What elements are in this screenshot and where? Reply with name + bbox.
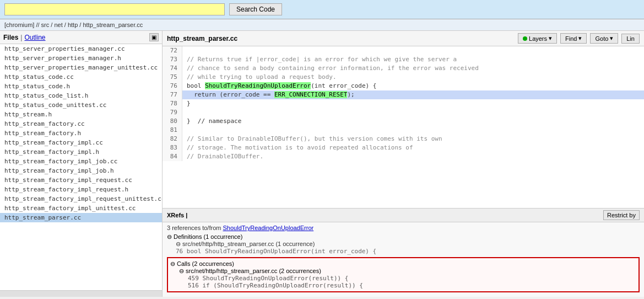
calls-header-row: ⊖ Calls (2 occurrences) <box>170 260 636 268</box>
code-line: 79 <box>163 108 644 117</box>
xrefs-body: 3 references to/from ShouldTryReadingOnU… <box>163 222 644 297</box>
sidebar-files-tab[interactable]: Files <box>3 34 18 41</box>
breadcrumb: [chromium] // src / net / http / http_st… <box>0 19 644 31</box>
xrefs-header: XRefs | Restrict by <box>163 209 644 222</box>
sidebar-item[interactable]: http_server_properties_manager.cc <box>0 44 162 54</box>
definitions-toggle[interactable]: ⊖ <box>167 233 174 240</box>
line-number: 77 <box>163 90 182 99</box>
sidebar-item[interactable]: http_status_code_unittest.cc <box>0 100 162 110</box>
sidebar-item[interactable]: http_stream_factory_impl_job.cc <box>0 157 162 166</box>
calls-code-line-1: 459 ShouldTryReadingOnUploadError(result… <box>170 275 636 282</box>
definitions-section: ⊖ Definitions (1 occurrence) ⊖ src/net/h… <box>167 233 640 255</box>
sidebar-list: http_server_properties_manager.cchttp_se… <box>0 44 162 290</box>
line-number: 76 <box>163 82 182 90</box>
sidebar-item[interactable]: http_stream_factory.h <box>0 129 162 138</box>
sidebar-item[interactable]: http_stream_factory_impl.h <box>0 147 162 157</box>
sidebar-item[interactable]: http_stream_factory_impl_job.h <box>0 166 162 175</box>
line-number: 80 <box>163 117 182 126</box>
line-code: // DrainableIOBuffer. <box>182 152 263 161</box>
sidebar-item[interactable]: http_status_code.h <box>0 82 162 91</box>
search-input[interactable]: ERR_CONNECTION_RESET <box>4 3 225 15</box>
line-code: return (error_code == ERR_CONNECTION_RES… <box>182 90 355 99</box>
layers-label: Layers <box>529 35 547 42</box>
line-number: 73 <box>163 55 182 64</box>
definitions-file-label[interactable]: src/net/http/http_stream_parser.cc (1 oc… <box>182 241 315 247</box>
line-number: 72 <box>163 46 182 55</box>
sidebar-item[interactable]: http_stream.h <box>0 110 162 119</box>
code-line: 82// Similar to DrainableIOBuffer(), but… <box>163 135 644 143</box>
code-line: 81 <box>163 126 644 135</box>
calls-file-label[interactable]: src/net/http/http_stream_parser.cc (2 oc… <box>186 268 321 274</box>
calls-toggle[interactable]: ⊖ <box>170 260 177 267</box>
sidebar-item[interactable]: http_server_properties_manager.h <box>0 54 162 63</box>
definitions-label: Definitions (1 occurrence) <box>174 233 242 240</box>
calls-code-line-2: 516 if (ShouldTryReadingOnUploadError(re… <box>170 282 636 289</box>
definitions-code-line: 76 bool ShouldTryReadingOnUploadError(in… <box>176 248 640 255</box>
code-line: 77 return (error_code == ERR_CONNECTION_… <box>163 90 644 99</box>
sidebar-item[interactable]: http_status_code.cc <box>0 72 162 82</box>
sidebar-item[interactable]: http_stream_factory.cc <box>0 119 162 129</box>
calls-section: ⊖ Calls (2 occurrences) ⊖ src/net/http/h… <box>167 257 640 292</box>
sidebar-outline-tab[interactable]: Outline <box>24 34 45 41</box>
goto-chevron: ▾ <box>610 35 613 42</box>
line-number: 81 <box>163 126 182 135</box>
sidebar-item[interactable]: http_stream_factory_impl.cc <box>0 138 162 147</box>
sidebar-separator: | <box>20 34 22 41</box>
restrict-by-button[interactable]: Restrict by <box>603 210 640 220</box>
xrefs-count-text: 3 references to/from <box>167 225 221 231</box>
xrefs-title: XRefs | <box>167 212 187 218</box>
sidebar-item[interactable]: http_stream_factory_impl_request_unittes… <box>0 194 162 204</box>
line-code: } <box>182 99 191 108</box>
line-code: // Similar to DrainableIOBuffer(), but t… <box>182 135 442 143</box>
code-line: 83// storage. The motivation is to avoid… <box>163 143 644 152</box>
sidebar-item[interactable]: http_server_properties_manager_unittest.… <box>0 63 162 72</box>
code-line: 78} <box>163 99 644 108</box>
line-number: 74 <box>163 64 182 73</box>
line-number: 83 <box>163 143 182 152</box>
line-number: 82 <box>163 135 182 143</box>
layers-button[interactable]: Layers ▾ <box>518 33 557 44</box>
code-filename: http_stream_parser.cc <box>167 35 515 42</box>
definitions-file-toggle[interactable]: ⊖ <box>176 241 182 247</box>
code-line: 73// Returns true if |error_code| is an … <box>163 55 644 64</box>
sidebar: Files | Outline ▣ http_server_properties… <box>0 31 163 297</box>
goto-label: Goto <box>595 35 608 42</box>
layers-status-dot <box>523 36 527 41</box>
sidebar-header: Files | Outline ▣ <box>0 31 162 44</box>
line-code: // chance to send a body containing erro… <box>182 64 479 73</box>
content-panel: http_stream_parser.cc Layers ▾ Find ▾ Go… <box>163 31 644 297</box>
main-layout: Files | Outline ▣ http_server_properties… <box>0 31 644 297</box>
sidebar-item[interactable]: http_stream_factory_impl_request.h <box>0 185 162 194</box>
code-line: 75// while trying to upload a request bo… <box>163 73 644 82</box>
search-button[interactable]: Search Code <box>229 3 282 15</box>
xrefs-panel: XRefs | Restrict by 3 references to/from… <box>163 208 644 297</box>
line-code: bool ShouldTryReadingOnUploadError(int e… <box>182 82 376 90</box>
calls-file-toggle[interactable]: ⊖ <box>179 268 186 274</box>
line-code: } // namespace <box>182 117 241 126</box>
sidebar-horizontal-scrollbar[interactable] <box>0 290 162 297</box>
xrefs-count: 3 references to/from ShouldTryReadingOnU… <box>167 225 640 231</box>
xrefs-function-link[interactable]: ShouldTryReadingOnUploadError <box>223 225 314 231</box>
lin-label: Lin <box>626 35 635 42</box>
find-chevron: ▾ <box>578 35 582 42</box>
sidebar-item[interactable]: http_stream_factory_impl_unittest.cc <box>0 204 162 213</box>
find-button[interactable]: Find ▾ <box>560 33 587 44</box>
find-label: Find <box>565 35 577 42</box>
code-line: 74// chance to send a body containing er… <box>163 64 644 73</box>
sidebar-item[interactable]: http_stream_parser.cc <box>0 213 162 222</box>
line-code: // Returns true if |error_code| is an er… <box>182 55 457 64</box>
calls-label: Calls (2 occurrences) <box>177 260 234 267</box>
lin-button[interactable]: Lin <box>621 34 640 44</box>
code-line: 84// DrainableIOBuffer. <box>163 152 644 161</box>
sidebar-item[interactable]: http_stream_factory_impl_request.cc <box>0 175 162 185</box>
search-bar: ERR_CONNECTION_RESET Search Code <box>0 0 644 19</box>
line-code: // while trying to upload a request body… <box>182 73 337 82</box>
code-area[interactable]: 7273// Returns true if |error_code| is a… <box>163 46 644 208</box>
sidebar-item[interactable]: http_status_code_list.h <box>0 91 162 100</box>
sidebar-collapse-button[interactable]: ▣ <box>149 33 159 41</box>
line-number: 78 <box>163 99 182 108</box>
line-number: 79 <box>163 108 182 117</box>
goto-button[interactable]: Goto ▾ <box>590 33 618 44</box>
code-line: 76bool ShouldTryReadingOnUploadError(int… <box>163 82 644 90</box>
calls-file-item: ⊖ src/net/http/http_stream_parser.cc (2 … <box>170 268 636 275</box>
